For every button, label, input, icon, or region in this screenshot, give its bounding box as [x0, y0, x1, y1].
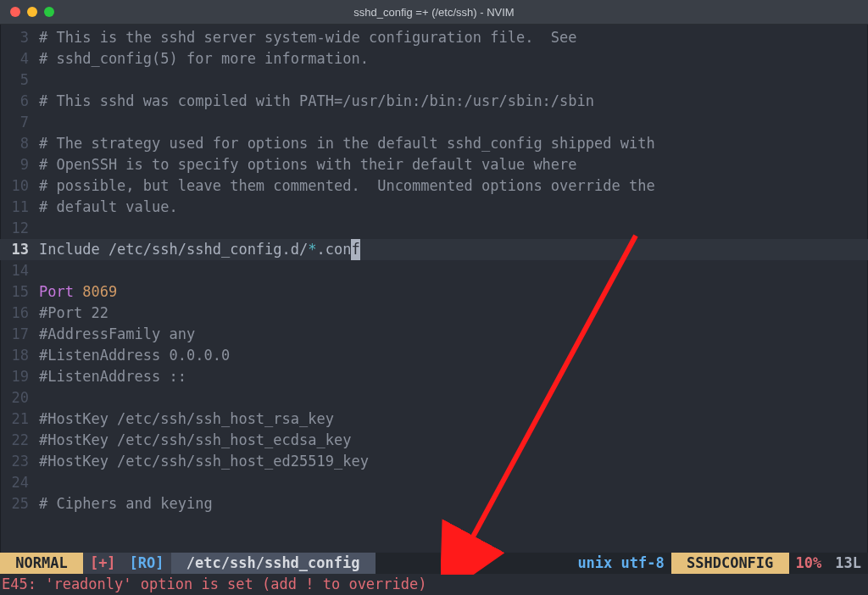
code-line[interactable]: [36, 70, 868, 91]
status-encoding: unix utf-8: [570, 553, 670, 574]
window-title: sshd_config =+ (/etc/ssh) - NVIM: [0, 6, 868, 19]
line-number-gutter: 345678910111213141516171819202122232425: [0, 24, 36, 553]
line-number: 13: [0, 239, 36, 260]
code-line[interactable]: [36, 387, 868, 409]
terminal-window: sshd_config =+ (/etc/ssh) - NVIM 3456789…: [0, 0, 868, 595]
cursor: f: [351, 239, 359, 260]
code-line[interactable]: #HostKey /etc/ssh/ssh_host_ed25519_key: [36, 451, 868, 472]
line-number: 6: [0, 91, 36, 112]
code-line[interactable]: # The strategy used for options in the d…: [36, 133, 868, 154]
line-number: 14: [0, 260, 36, 281]
status-readonly: [RO]: [123, 553, 171, 574]
code-line[interactable]: #Port 22: [36, 303, 868, 324]
titlebar: sshd_config =+ (/etc/ssh) - NVIM: [0, 0, 868, 25]
status-filetype: SSHDCONFIG: [671, 553, 789, 574]
status-file-path: /etc/ssh/sshd_config: [171, 553, 376, 574]
code-line[interactable]: Port 8069: [36, 281, 868, 303]
line-number: 3: [0, 27, 36, 48]
line-number: 4: [0, 48, 36, 70]
status-linecount: 13L: [828, 553, 868, 574]
code-line[interactable]: # Ciphers and keying: [36, 493, 868, 514]
line-number: 22: [0, 430, 36, 451]
code-line[interactable]: Include /etc/ssh/sshd_config.d/*.conf: [36, 239, 868, 260]
line-number: 21: [0, 409, 36, 430]
status-modified: [+]: [83, 553, 123, 574]
line-number: 25: [0, 493, 36, 514]
code-line[interactable]: # OpenSSH is to specify options with the…: [36, 154, 868, 175]
line-number: 11: [0, 197, 36, 218]
line-number: 9: [0, 154, 36, 175]
line-number: 10: [0, 175, 36, 197]
status-mode: NORMAL: [0, 553, 83, 574]
line-number: 19: [0, 366, 36, 387]
line-number: 17: [0, 324, 36, 345]
line-number: 24: [0, 472, 36, 493]
line-number: 15: [0, 281, 36, 303]
code-area[interactable]: # This is the sshd server system-wide co…: [36, 24, 868, 553]
code-line[interactable]: [36, 472, 868, 493]
line-number: 18: [0, 345, 36, 366]
code-line[interactable]: #ListenAddress 0.0.0.0: [36, 345, 868, 366]
window-controls: [0, 7, 54, 17]
zoom-icon[interactable]: [44, 7, 54, 17]
line-number: 12: [0, 218, 36, 239]
code-line[interactable]: [36, 260, 868, 281]
close-icon[interactable]: [10, 7, 20, 17]
command-line-message: E45: 'readonly' option is set (add ! to …: [0, 574, 868, 595]
minimize-icon[interactable]: [27, 7, 37, 17]
line-number: 7: [0, 112, 36, 133]
line-number: 16: [0, 303, 36, 324]
status-line: NORMAL [+] [RO] /etc/ssh/sshd_config uni…: [0, 553, 868, 574]
code-line[interactable]: [36, 218, 868, 239]
code-line[interactable]: # possible, but leave them commented. Un…: [36, 175, 868, 197]
code-line[interactable]: # sshd_config(5) for more information.: [36, 48, 868, 70]
line-number: 20: [0, 387, 36, 409]
status-percent: 10%: [789, 553, 829, 574]
code-line[interactable]: [36, 112, 868, 133]
line-number: 8: [0, 133, 36, 154]
code-line[interactable]: #HostKey /etc/ssh/ssh_host_ecdsa_key: [36, 430, 868, 451]
code-line[interactable]: # default value.: [36, 197, 868, 218]
code-line[interactable]: #ListenAddress ::: [36, 366, 868, 387]
code-line[interactable]: #HostKey /etc/ssh/ssh_host_rsa_key: [36, 409, 868, 430]
line-number: 5: [0, 70, 36, 91]
code-line[interactable]: # This sshd was compiled with PATH=/usr/…: [36, 91, 868, 112]
editor-viewport[interactable]: 345678910111213141516171819202122232425 …: [0, 24, 868, 595]
line-number: 23: [0, 451, 36, 472]
code-line[interactable]: #AddressFamily any: [36, 324, 868, 345]
code-line[interactable]: # This is the sshd server system-wide co…: [36, 27, 868, 48]
